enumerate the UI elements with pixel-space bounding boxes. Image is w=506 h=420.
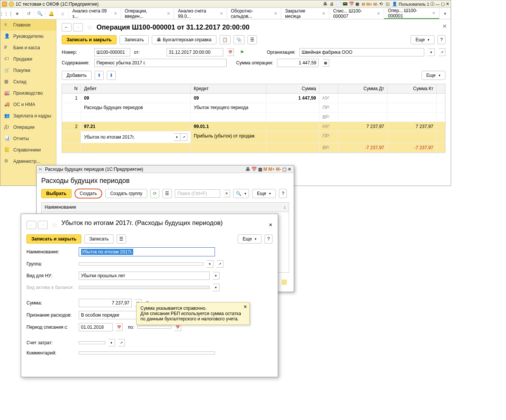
cell-dd-icon[interactable]: ▾ [174, 133, 181, 141]
sidebar-item-bank[interactable]: ₽Банк и касса [0, 42, 56, 53]
nav-fwd-button[interactable]: → [73, 23, 83, 31]
calendar-icon[interactable]: 📅 [227, 48, 234, 56]
list-button[interactable]: ☰ [248, 35, 257, 44]
save-button[interactable]: Записать [84, 234, 114, 244]
history-icon[interactable]: ↺ [23, 8, 34, 19]
sum-field[interactable]: 7 237,97 [79, 299, 132, 307]
mem-mp[interactable]: M+ [268, 167, 275, 172]
apps-icon[interactable]: ⋮⋮⋮ [0, 8, 12, 19]
detail-more-button[interactable]: Еще [238, 234, 262, 244]
sum-calc-icon[interactable]: ▦ [322, 59, 329, 67]
group-field[interactable] [79, 262, 204, 265]
th-kt[interactable]: Сумма Кт [388, 84, 437, 93]
group-open-icon[interactable]: ↗ [216, 260, 223, 268]
mem-m[interactable]: M [362, 2, 365, 6]
table-row[interactable]: 2 97.21 99.01.1 НУ: 7 237,97 7 237,97 [62, 122, 445, 131]
tab-close-icon[interactable]: ✕ [274, 11, 277, 16]
period-from-cal-icon[interactable]: 📅 [116, 323, 123, 331]
sidebar-item-warehouse[interactable]: ▦Склад [0, 76, 56, 87]
tab-close-icon[interactable]: ✕ [220, 11, 223, 16]
table-row[interactable]: 1 09 09 1 447,59 НУ: [62, 94, 445, 103]
tab-3[interactable]: Оборотно-сальдов...✕ [227, 8, 281, 19]
mem-m[interactable]: M [263, 167, 267, 172]
maximize-icon[interactable]: ▢ [441, 2, 445, 6]
move-down-button[interactable]: ⬇ [107, 71, 116, 80]
nu-field[interactable]: Убытки прошлых лет [79, 272, 210, 280]
org-field[interactable]: Швейная фабрика ООО [299, 48, 424, 56]
search-dd-button[interactable]: 🔍 [233, 189, 249, 198]
sidebar-item-operations[interactable]: ДтОперации [0, 122, 56, 133]
tab-close-icon[interactable]: ✕ [432, 11, 435, 15]
tab-2[interactable]: Анализ счета 99.0...✕ [174, 8, 227, 19]
select-button[interactable]: Выбрать [41, 189, 72, 198]
table-more-button[interactable]: Еще [422, 71, 445, 80]
comment-field[interactable] [79, 351, 215, 354]
more-button[interactable]: Еще [411, 35, 434, 44]
sub-help-button[interactable]: ? [279, 189, 287, 198]
panel-icon[interactable]: ◫ [386, 2, 391, 7]
tab-close-icon[interactable]: ✕ [167, 11, 170, 16]
org-open-icon[interactable]: ↗ [439, 48, 445, 56]
home-icon[interactable]: ⌂ [57, 8, 69, 19]
number-field[interactable]: Ш100-000001 [94, 48, 130, 56]
account-dd-icon[interactable]: ▾ [108, 339, 115, 347]
col-name[interactable]: Наименование [45, 205, 76, 210]
list-button[interactable]: ☰ [117, 234, 126, 244]
group-dd-icon[interactable]: ▾ [207, 260, 213, 268]
favorite-icon[interactable]: ☆ [51, 221, 58, 229]
doc-icon[interactable]: 📄 [336, 2, 341, 7]
close-icon[interactable]: ✕ [446, 2, 449, 6]
maximize-icon[interactable]: ▢ [282, 167, 286, 172]
list-mode-button[interactable]: ☰ [162, 189, 172, 198]
save-button[interactable]: Записать [120, 35, 149, 44]
tab-close-icon[interactable]: ✕ [114, 11, 117, 16]
printer-icon[interactable]: 🖨 [330, 2, 335, 7]
sidebar-item-payroll[interactable]: 👥Зарплата и кадры [0, 110, 56, 122]
tooltip-close-icon[interactable]: ✕ [243, 304, 247, 309]
minimize-icon[interactable]: — [436, 2, 440, 6]
content-field[interactable]: Перенос убытка 2017 г. [94, 59, 227, 67]
save-close-button[interactable]: Записать и закрыть [26, 234, 81, 244]
refresh-button[interactable]: ⟳ [150, 189, 159, 198]
th-dt[interactable]: Сумма Дт [338, 84, 388, 93]
mem-mm[interactable]: M- [276, 167, 281, 172]
sidebar-item-reports[interactable]: 📊Отчеты [0, 133, 56, 144]
calc-icon[interactable]: 📟 [343, 2, 348, 7]
move-up-button[interactable]: ⬆ [95, 71, 104, 80]
print-icon[interactable]: 🖶 [246, 167, 250, 172]
asset-dd-icon[interactable]: ▾ [213, 284, 220, 291]
sub-more-button[interactable]: Еще [252, 189, 276, 198]
grid-icon[interactable]: ▦ [258, 167, 262, 172]
tab-0[interactable]: Анализ счета 09 з...✕ [69, 8, 121, 19]
print-button[interactable]: 🖶Бухгалтерская справка [152, 35, 216, 44]
sidebar-item-main[interactable]: ≡Главное [0, 19, 56, 31]
back-icon[interactable]: ⟲ [379, 2, 385, 7]
period-to-field[interactable] [137, 326, 171, 329]
mem-mp[interactable]: M+ [366, 2, 372, 6]
account-open-icon[interactable]: ↗ [118, 339, 125, 347]
tab-4[interactable]: Закрытие месяца✕ [281, 8, 329, 19]
sort-icon[interactable]: ↓ [283, 205, 286, 210]
account-field[interactable] [79, 341, 105, 344]
tab-1[interactable]: Операции, введен...✕ [121, 8, 174, 19]
save-close-button[interactable]: Записать и закрыть [62, 35, 117, 44]
nu-dd-icon[interactable]: ▾ [213, 272, 220, 279]
create-button[interactable]: Создать [75, 189, 103, 198]
table-row[interactable]: Расходы будущих периодов Убыток текущего… [62, 103, 445, 112]
period-from-field[interactable]: 01.01.2018 [79, 323, 113, 331]
attach-button[interactable]: 📎 [234, 35, 244, 44]
grid-icon[interactable]: ▦ [355, 2, 361, 7]
table-row[interactable]: Убыток по итогам 2017г.▾↗ Прибыль (убыто… [62, 131, 445, 143]
copy-button[interactable]: 📋 [220, 35, 230, 44]
th-debit[interactable]: Дебет [81, 84, 191, 93]
tab-menu-icon[interactable]: ▾ [439, 8, 451, 19]
tab-close-icon[interactable]: ✕ [377, 11, 380, 16]
page-close-icon[interactable]: ✕ [442, 23, 447, 29]
tab-5[interactable]: Спис... Ш100-000007✕ [329, 8, 384, 19]
bell-icon[interactable]: 🔔 [46, 8, 57, 19]
org-dd-icon[interactable]: ▾ [428, 48, 435, 56]
name-field[interactable]: Убыток по итогам 2017г. [79, 247, 215, 256]
calendar-icon[interactable]: 📅 [349, 2, 354, 7]
sidebar-item-production[interactable]: 🏭Производство [0, 87, 56, 99]
sum-field[interactable]: 1 447,59 [277, 59, 319, 67]
